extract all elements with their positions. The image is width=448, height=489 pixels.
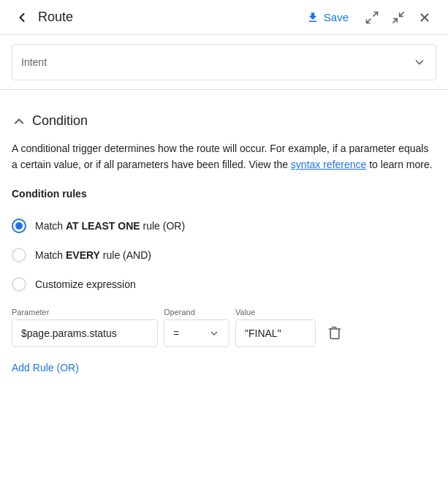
header-actions — [360, 6, 436, 29]
delete-rule-button[interactable] — [322, 319, 348, 346]
page-title: Route — [38, 10, 295, 25]
parameter-input[interactable] — [12, 319, 158, 347]
radio-item-custom[interactable]: Customize expression — [12, 270, 436, 299]
operand-value: = — [173, 327, 179, 339]
svg-line-3 — [400, 12, 404, 16]
svg-line-1 — [367, 18, 371, 23]
radio-circle-and — [12, 248, 26, 262]
save-button[interactable]: Save — [300, 8, 354, 27]
value-label: Value — [235, 308, 316, 316]
radio-label-and: Match EVERY rule (AND) — [35, 249, 151, 261]
radio-circle-custom — [12, 277, 26, 292]
condition-rules-title: Condition rules — [12, 188, 436, 200]
operand-field-group: Operand = — [164, 308, 229, 347]
intent-section: Intent — [0, 35, 448, 90]
spacer — [0, 90, 448, 113]
condition-section: Condition A conditional trigger determin… — [0, 113, 448, 382]
intent-dropdown[interactable]: Intent — [12, 44, 436, 80]
add-rule-button[interactable]: Add Rule (OR) — [12, 353, 79, 382]
radio-group: Match AT LEAST ONE rule (OR) Match EVERY… — [12, 211, 436, 299]
back-button[interactable] — [12, 7, 32, 28]
parameter-label: Parameter — [12, 308, 158, 316]
rule-row: Parameter Operand = Value — [12, 308, 436, 347]
expand-button[interactable] — [360, 6, 384, 29]
description-text-2: to learn more. — [366, 159, 432, 170]
condition-description: A conditional trigger determines how the… — [12, 140, 436, 173]
radio-item-or[interactable]: Match AT LEAST ONE rule (OR) — [12, 211, 436, 240]
header: Route Save — [0, 0, 448, 35]
radio-label-or: Match AT LEAST ONE rule (OR) — [35, 220, 185, 232]
condition-header[interactable]: Condition — [12, 113, 436, 129]
value-input[interactable] — [235, 319, 316, 347]
radio-inner-or — [15, 222, 23, 230]
condition-title: Condition — [32, 113, 88, 129]
value-field-group: Value — [235, 308, 316, 347]
close-button[interactable] — [413, 6, 436, 29]
intent-placeholder: Intent — [21, 56, 47, 68]
radio-label-custom: Customize expression — [35, 278, 136, 290]
parameter-field-group: Parameter — [12, 308, 158, 347]
radio-item-and[interactable]: Match EVERY rule (AND) — [12, 240, 436, 270]
operand-label: Operand — [164, 308, 229, 316]
svg-line-0 — [373, 12, 378, 16]
operand-dropdown[interactable]: = — [164, 319, 229, 347]
svg-line-2 — [393, 18, 398, 23]
radio-circle-or — [12, 219, 26, 233]
save-label: Save — [324, 11, 349, 23]
syntax-reference-link[interactable]: syntax reference — [291, 159, 367, 170]
compress-button[interactable] — [387, 6, 410, 29]
